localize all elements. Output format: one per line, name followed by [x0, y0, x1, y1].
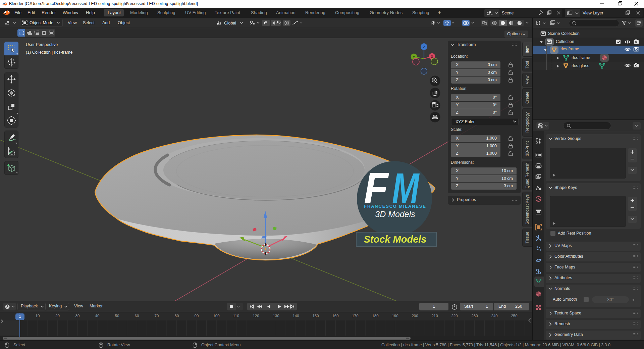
svg-text:120: 120 [253, 314, 259, 318]
svg-text:220: 220 [451, 314, 458, 318]
svg-text:90: 90 [195, 314, 199, 318]
svg-text:Stock Models: Stock Models [364, 234, 427, 245]
svg-text:20: 20 [55, 314, 60, 318]
svg-text:200: 200 [412, 314, 418, 318]
svg-text:70: 70 [155, 314, 159, 318]
svg-text:230: 230 [471, 314, 478, 318]
svg-text:30: 30 [75, 314, 80, 318]
svg-text:150: 150 [312, 314, 319, 318]
svg-text:250: 250 [511, 314, 517, 318]
svg-text:Z: Z [423, 45, 425, 49]
svg-text:240: 240 [491, 314, 497, 318]
svg-text:Global: Global [224, 21, 236, 26]
svg-text:40: 40 [95, 314, 100, 318]
svg-text:50: 50 [115, 314, 119, 318]
svg-text:110: 110 [233, 314, 239, 318]
svg-text:60: 60 [135, 314, 139, 318]
svg-text:130: 130 [273, 314, 279, 318]
svg-text:3D Models: 3D Models [375, 209, 415, 219]
svg-text:80: 80 [175, 314, 179, 318]
svg-text:X: X [431, 55, 433, 59]
svg-text:FRANCESCO MILANESE: FRANCESCO MILANESE [364, 204, 426, 209]
svg-text:170: 170 [352, 314, 358, 318]
svg-text:210: 210 [431, 314, 438, 318]
svg-text:10: 10 [36, 314, 40, 318]
svg-text:100: 100 [213, 314, 219, 318]
svg-text:190: 190 [392, 314, 398, 318]
svg-text:160: 160 [332, 314, 338, 318]
svg-text:140: 140 [292, 314, 299, 318]
svg-text:180: 180 [372, 314, 378, 318]
